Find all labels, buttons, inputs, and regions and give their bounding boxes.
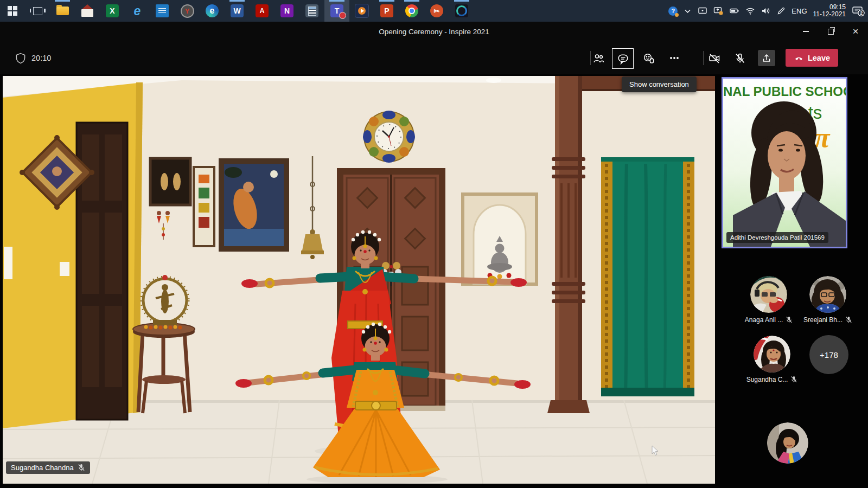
active-speaker-name-label: Adithi Devreshgouda Patil 201569 [726,232,828,243]
restore-icon [828,29,834,35]
clock-app-icon: Y [181,4,194,18]
avatar-sugandha[interactable] [754,336,790,373]
taskbar-clock-app[interactable]: Y [175,0,200,22]
camera-off-button[interactable] [704,48,725,68]
notifications-icon[interactable]: 2 [852,5,865,17]
mic-muted-icon [786,316,793,324]
connect-display-icon[interactable] [698,7,707,15]
self-view-avatar[interactable] [767,422,808,464]
taskbar-onenote[interactable]: N [275,0,299,22]
leave-button[interactable]: Leave [786,49,838,67]
minimize-icon [803,31,809,32]
webex-icon [455,4,468,17]
wall-clock [363,111,415,163]
meeting-toolbar: 20:10 Leave [0,41,868,74]
powerpoint-icon: P [380,4,393,17]
acrobat-icon: A [256,4,269,17]
taskbar-powerpoint[interactable]: P [374,0,399,22]
start-button[interactable] [0,0,25,22]
pen-icon[interactable] [777,7,786,15]
windows-logo-icon [8,6,17,16]
hangup-phone-icon [794,53,804,63]
banner-text-line1: NAL PUBLIC SCHOOL [723,84,846,99]
screen: X e Y e W A N T P ✂ ? ENG 09:15 [0,0,868,488]
overflow-participants-badge[interactable]: +178 [809,335,848,374]
taskbar-chrome[interactable] [399,0,424,22]
taskbar: X e Y e W A N T P ✂ ? ENG 09:15 [0,0,868,22]
volume-icon[interactable] [761,7,771,15]
taskbar-file-explorer[interactable] [50,0,75,22]
close-button[interactable]: × [843,22,868,41]
restore-button[interactable] [818,22,843,41]
speaker-name-label: Sugandha Chandna [6,461,90,474]
onenote-icon: N [280,4,293,17]
window-title: Opening Ceremony - Inspire 2021 [0,22,868,41]
more-options-icon [668,52,681,64]
show-conversation-tooltip: Show conversation [622,76,697,92]
edge-icon: e [206,4,219,17]
main-video-tile[interactable]: Sugandha Chandna [3,76,715,484]
avatar-sreejani[interactable] [809,276,846,313]
battery-icon[interactable] [729,7,739,15]
meeting-timer: 20:10 [31,41,51,74]
snipping-tool-icon: ✂ [430,4,443,17]
notification-badge: 2 [860,10,863,16]
share-icon [761,52,773,64]
participants-icon [592,52,605,64]
minimize-button[interactable] [793,22,818,41]
wifi-icon[interactable] [745,7,755,15]
screen-share-icon[interactable] [713,7,723,15]
meeting-stage: Sugandha Chandna Show conversation NAL P… [0,74,868,488]
camera-off-icon [708,52,721,65]
system-tray: ? ENG 09:15 11-12-2021 2 [668,0,868,22]
taskbar-teams[interactable]: T [324,0,349,22]
leave-label: Leave [808,54,830,62]
taskbar-calculator[interactable] [299,0,324,22]
task-view-button[interactable] [25,0,50,22]
chat-button[interactable] [612,48,634,69]
green-saree-cloth [601,157,694,396]
calculator-icon [305,4,318,17]
chrome-icon [405,4,418,17]
language-indicator[interactable]: ENG [792,7,807,15]
shield-icon[interactable] [15,52,27,64]
chat-icon [617,53,629,65]
mic-off-button[interactable] [730,48,750,68]
tray-clock[interactable]: 09:15 11-12-2021 [813,4,846,18]
active-speaker-tile[interactable]: NAL PUBLIC SCHOOL ents s π [722,77,847,248]
task-view-icon [33,7,42,15]
participant-name-sreejani: Sreejani Bh... [795,316,860,324]
internet-explorer-icon: e [134,5,141,17]
mic-muted-icon [78,464,85,472]
toolbar-divider [703,51,704,65]
word-icon: W [231,4,244,17]
taskbar-snipping-tool[interactable]: ✂ [424,0,449,22]
mic-muted-icon [845,316,852,324]
speaker-name: Sugandha Chandna [11,464,74,472]
more-options-button[interactable] [664,48,685,68]
taskbar-webex[interactable] [449,0,474,22]
reactions-button[interactable] [639,48,659,68]
movies-tv-icon [355,4,369,18]
taskbar-internet-explorer[interactable]: e [125,0,150,22]
help-icon[interactable]: ? [668,7,678,16]
taskbar-excel[interactable]: X [100,0,125,22]
share-button[interactable] [758,50,775,66]
taskbar-home-app[interactable] [75,0,100,22]
taskbar-edge[interactable]: e [200,0,225,22]
participant-name-anaga: Anaga Anil ... [736,316,801,324]
participants-button[interactable] [588,48,609,68]
excel-icon: X [106,4,119,17]
taskbar-word[interactable]: W [225,0,250,22]
taskbar-mail[interactable] [150,0,175,22]
mic-off-icon [733,52,746,65]
chevron-down-icon[interactable] [684,7,692,15]
taskbar-acrobat[interactable]: A [250,0,275,22]
close-icon: × [852,26,858,36]
taskbar-movies-tv[interactable] [349,0,374,22]
reactions-icon [642,52,655,65]
idol-niche [463,194,537,285]
home-app-icon [81,9,93,17]
folder-icon [56,7,69,15]
avatar-anaga[interactable] [750,276,787,313]
